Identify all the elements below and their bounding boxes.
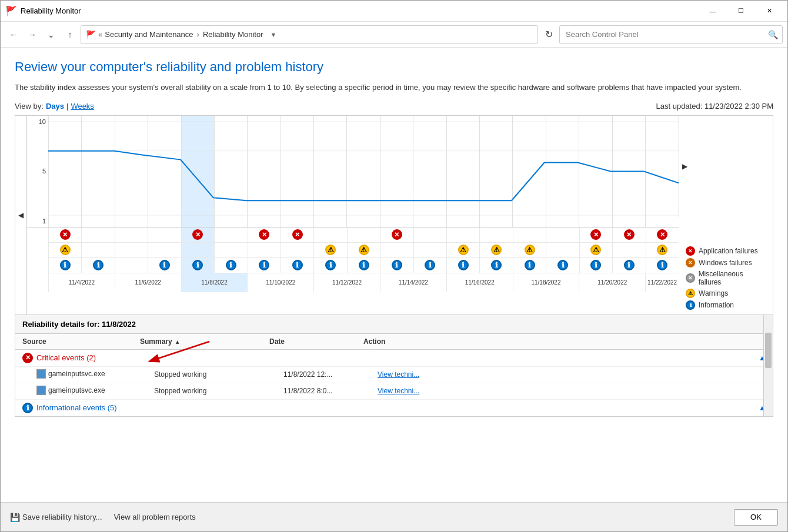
col-info-15[interactable] bbox=[546, 258, 579, 273]
col-warn-6[interactable] bbox=[248, 243, 281, 257]
warning-icon-0 bbox=[60, 245, 71, 255]
save-history-text[interactable]: Save reliability history... bbox=[22, 513, 102, 521]
minimize-button[interactable]: — bbox=[699, 2, 726, 20]
col-info-8[interactable] bbox=[313, 258, 346, 273]
refresh-button[interactable]: ↻ bbox=[540, 26, 557, 43]
col-critical-7[interactable] bbox=[281, 227, 313, 242]
scrollbar-thumb[interactable] bbox=[765, 333, 772, 368]
col-info-5[interactable] bbox=[214, 258, 247, 273]
col-critical-8[interactable] bbox=[313, 227, 346, 242]
close-button[interactable]: ✕ bbox=[756, 2, 783, 20]
col-warn-7[interactable] bbox=[281, 243, 313, 257]
col-info-9[interactable] bbox=[347, 258, 380, 273]
col-warn-10[interactable] bbox=[380, 243, 413, 257]
maximize-button[interactable]: ☐ bbox=[727, 2, 754, 20]
details-scrollbar[interactable] bbox=[763, 315, 773, 416]
col-info-4-highlighted[interactable] bbox=[181, 258, 214, 273]
col-critical-6[interactable] bbox=[248, 227, 281, 242]
col-critical-11[interactable] bbox=[413, 227, 446, 242]
col-warn-15[interactable] bbox=[546, 243, 579, 257]
col-warn-8[interactable] bbox=[313, 243, 346, 257]
chart-bottom-area: 11/4/2022 11/6/2022 11/8/2022 11/10/2022 bbox=[27, 227, 679, 304]
col-warn-14[interactable] bbox=[513, 243, 546, 257]
action-cell-1[interactable]: View techni... bbox=[356, 383, 773, 399]
save-history-link[interactable]: 💾 Save reliability history... bbox=[10, 513, 102, 522]
main-content: Review your computer's reliability and p… bbox=[1, 48, 787, 502]
col-critical-17[interactable] bbox=[612, 227, 645, 242]
col-warn-4-highlighted[interactable] bbox=[181, 243, 214, 257]
address-bar[interactable]: 🚩 « Security and Maintenance › Reliabili… bbox=[81, 25, 538, 44]
col-critical-18[interactable] bbox=[646, 227, 679, 242]
forward-button[interactable]: → bbox=[24, 26, 41, 43]
view-techni-link-0[interactable]: View techni... bbox=[378, 370, 419, 379]
col-source[interactable]: Source bbox=[15, 334, 133, 350]
col-warn-16[interactable] bbox=[579, 243, 612, 257]
col-warn-11[interactable] bbox=[413, 243, 446, 257]
view-days-link[interactable]: Days bbox=[46, 102, 64, 111]
col-critical-3[interactable] bbox=[148, 227, 181, 242]
col-info-14[interactable] bbox=[513, 258, 546, 273]
col-critical-2[interactable] bbox=[115, 227, 148, 242]
col-warn-5[interactable] bbox=[214, 243, 247, 257]
address-security-maintenance[interactable]: Security and Maintenance bbox=[105, 30, 193, 39]
back-button[interactable]: ← bbox=[5, 26, 22, 43]
address-dropdown-icon[interactable]: ▼ bbox=[270, 31, 276, 38]
col-info-10[interactable] bbox=[380, 258, 413, 273]
col-action[interactable]: Action bbox=[356, 334, 773, 350]
col-warn-9[interactable] bbox=[347, 243, 380, 257]
chart-graph[interactable] bbox=[48, 116, 679, 227]
action-cell-0[interactable]: View techni... bbox=[356, 366, 773, 383]
col-info-16[interactable] bbox=[579, 258, 612, 273]
col-info-17[interactable] bbox=[612, 258, 645, 273]
col-warn-0[interactable] bbox=[48, 243, 81, 257]
chart-scroll-left[interactable]: ◀ bbox=[15, 116, 27, 314]
critical-events-section-row[interactable]: Critical events (2) ▲ bbox=[15, 349, 773, 366]
view-weeks-link[interactable]: Weeks bbox=[71, 102, 94, 111]
col-critical-16[interactable] bbox=[579, 227, 612, 242]
col-critical-10[interactable] bbox=[380, 227, 413, 242]
col-info-13[interactable] bbox=[479, 258, 512, 273]
summary-cell-0: Stopped working bbox=[133, 366, 262, 383]
col-warn-12[interactable] bbox=[446, 243, 479, 257]
critical-section-header: Critical events (2) ▲ bbox=[22, 353, 766, 363]
col-summary[interactable]: Summary ▴ bbox=[133, 334, 262, 350]
col-critical-5[interactable] bbox=[214, 227, 247, 242]
col-critical-1[interactable] bbox=[81, 227, 114, 242]
view-reports-link[interactable]: View all problem reports bbox=[114, 513, 196, 521]
col-critical-9[interactable] bbox=[347, 227, 380, 242]
info-events-section-row[interactable]: Informational events (5) ▲ bbox=[15, 399, 773, 416]
col-info-12[interactable] bbox=[446, 258, 479, 273]
chart-scroll-right[interactable]: ▶ bbox=[679, 116, 690, 217]
col-info-0[interactable] bbox=[48, 258, 81, 273]
col-date[interactable]: Date bbox=[262, 334, 356, 350]
view-techni-link-1[interactable]: View techni... bbox=[378, 387, 419, 395]
col-critical-13[interactable] bbox=[479, 227, 512, 242]
col-warn-3[interactable] bbox=[148, 243, 181, 257]
col-critical-14[interactable] bbox=[513, 227, 546, 242]
warning-icon-8 bbox=[325, 245, 336, 255]
col-info-2[interactable] bbox=[115, 258, 148, 273]
col-warn-18[interactable] bbox=[646, 243, 679, 257]
col-warn-1[interactable] bbox=[81, 243, 114, 257]
recent-locations-button[interactable]: ⌄ bbox=[43, 26, 59, 43]
col-critical-0[interactable] bbox=[48, 227, 81, 242]
legend-windows-failures: Windows failures bbox=[686, 258, 766, 267]
col-info-7[interactable] bbox=[281, 258, 313, 273]
search-input[interactable] bbox=[559, 25, 783, 44]
ok-button[interactable]: OK bbox=[734, 509, 778, 526]
up-button[interactable]: ↑ bbox=[62, 26, 78, 43]
col-info-6[interactable] bbox=[248, 258, 281, 273]
view-reports-text[interactable]: View all problem reports bbox=[114, 513, 196, 521]
col-info-3[interactable] bbox=[148, 258, 181, 273]
col-critical-4-highlighted[interactable] bbox=[181, 227, 214, 242]
col-warn-13[interactable] bbox=[479, 243, 512, 257]
table-row[interactable]: gameinputsvc.exe Stopped working 11/8/20… bbox=[15, 383, 773, 399]
col-critical-12[interactable] bbox=[446, 227, 479, 242]
col-info-11[interactable] bbox=[413, 258, 446, 273]
col-warn-17[interactable] bbox=[612, 243, 645, 257]
col-info-18[interactable] bbox=[646, 258, 679, 273]
col-info-1[interactable] bbox=[81, 258, 114, 273]
table-row[interactable]: gameinputsvc.exe Stopped working 11/8/20… bbox=[15, 366, 773, 383]
col-warn-2[interactable] bbox=[115, 243, 148, 257]
col-critical-15[interactable] bbox=[546, 227, 579, 242]
